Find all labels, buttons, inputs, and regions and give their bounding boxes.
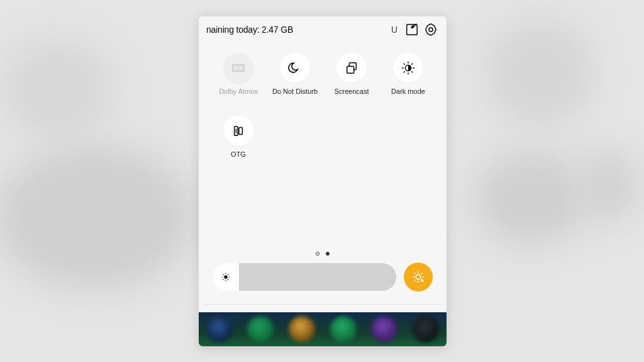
auto-brightness-icon: A bbox=[411, 270, 425, 284]
dock-app-2[interactable] bbox=[247, 316, 274, 342]
svg-rect-15 bbox=[239, 128, 243, 135]
brightness-slider[interactable] bbox=[213, 263, 396, 291]
toggle-dark-mode: Dark mode bbox=[380, 53, 436, 95]
data-usage-text: naining today: 2.47 GB bbox=[206, 25, 293, 35]
moon-crescent-icon bbox=[288, 61, 302, 75]
settings-gear-icon bbox=[424, 23, 438, 37]
screencast-icon bbox=[345, 61, 358, 75]
svg-line-33 bbox=[414, 280, 415, 281]
svg-line-22 bbox=[223, 274, 224, 275]
quick-settings-panel: naining today: 2.47 GB U Dolby Atmos bbox=[199, 16, 447, 346]
brightness-slider-knob[interactable] bbox=[213, 263, 239, 291]
brightness-half-icon bbox=[401, 61, 415, 75]
toggle-label: Dolby Atmos bbox=[210, 88, 267, 95]
dock-app-3[interactable] bbox=[289, 316, 315, 342]
dock-app-6[interactable] bbox=[413, 316, 439, 342]
toggle-screencast: Screencast bbox=[323, 53, 380, 95]
toggle-dark-mode-button[interactable] bbox=[393, 53, 423, 83]
edit-tiles-button[interactable] bbox=[405, 23, 419, 37]
settings-button[interactable] bbox=[424, 23, 438, 37]
pager-dot-0[interactable] bbox=[316, 252, 319, 256]
dock-app-5[interactable] bbox=[371, 316, 397, 342]
svg-line-34 bbox=[421, 273, 423, 274]
auto-brightness-button[interactable]: A bbox=[404, 263, 433, 291]
svg-line-12 bbox=[404, 71, 405, 72]
svg-point-1 bbox=[429, 28, 433, 31]
divider bbox=[204, 304, 441, 305]
dock-app-4[interactable] bbox=[330, 316, 357, 342]
toggle-label: Do Not Disturb bbox=[267, 88, 323, 95]
quick-toggle-grid: Dolby Atmos Do Not Disturb Screencast bbox=[199, 53, 447, 220]
brightness-row: A bbox=[213, 262, 433, 292]
svg-line-11 bbox=[411, 71, 413, 72]
toggle-otg: OTG bbox=[210, 116, 267, 158]
user-indicator: U bbox=[391, 25, 397, 35]
toggle-do-not-disturb-button[interactable] bbox=[280, 53, 310, 83]
svg-text:A: A bbox=[421, 278, 425, 283]
svg-point-17 bbox=[224, 275, 227, 278]
svg-line-13 bbox=[411, 64, 413, 65]
toggle-screencast-button[interactable] bbox=[336, 53, 367, 83]
status-top-row: naining today: 2.47 GB U bbox=[199, 23, 447, 39]
svg-rect-4 bbox=[347, 66, 354, 73]
toggle-dolby-atmos: Dolby Atmos bbox=[210, 53, 267, 95]
svg-point-26 bbox=[416, 274, 421, 280]
svg-line-24 bbox=[223, 279, 224, 280]
toggle-dolby-atmos-button[interactable] bbox=[223, 53, 253, 83]
svg-line-10 bbox=[404, 64, 405, 65]
svg-line-23 bbox=[228, 279, 228, 280]
edit-icon bbox=[405, 23, 419, 37]
otg-connector-icon bbox=[231, 124, 245, 138]
brightness-low-icon bbox=[221, 272, 231, 282]
svg-rect-0 bbox=[407, 25, 418, 35]
toggle-otg-button[interactable] bbox=[223, 116, 253, 146]
page-indicator bbox=[199, 247, 447, 258]
toggle-label: Dark mode bbox=[380, 88, 436, 95]
toggle-label: OTG bbox=[210, 150, 267, 158]
svg-line-31 bbox=[414, 273, 415, 274]
dolby-icon bbox=[231, 60, 246, 76]
home-dock bbox=[199, 312, 447, 346]
toggle-do-not-disturb: Do Not Disturb bbox=[267, 53, 323, 95]
dock-app-1[interactable] bbox=[206, 316, 233, 342]
pager-dot-1[interactable] bbox=[326, 252, 330, 256]
svg-line-25 bbox=[228, 274, 228, 275]
toggle-label: Screencast bbox=[323, 88, 380, 95]
